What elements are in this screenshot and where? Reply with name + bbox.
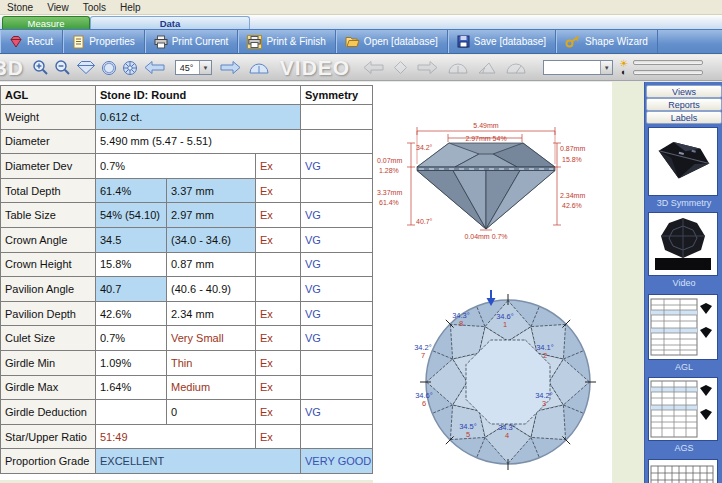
row-value: 40.7 [96, 277, 167, 302]
zoom-out-icon[interactable] [54, 59, 71, 76]
thumbnail-caption: Video [645, 278, 722, 288]
table-row: Girdle Min1.09%ThinEx [1, 350, 373, 375]
save-database-button[interactable]: Save [database] [448, 30, 556, 53]
agl-report-image [650, 297, 716, 357]
diamond-top-icon[interactable] [101, 60, 117, 76]
row-value: 54% (54.10) [96, 203, 167, 228]
video-diamond-image [651, 214, 715, 274]
profile-diagram: 5.49mm 2.97mm 54% 34.2° 0.07mm 1.28% 3.3… [376, 108, 606, 248]
properties-icon [72, 35, 85, 49]
contrast-icon: ◐ [621, 68, 626, 77]
tab-measure[interactable]: Measure [2, 16, 90, 29]
dim-crown-angle: 34.2° [416, 144, 433, 151]
row-value: Ex [256, 350, 301, 375]
recut-button[interactable]: Recut [0, 30, 63, 53]
shape-wizard-button[interactable]: Shape Wizard [556, 30, 658, 53]
dim-girdle-mm: 0.07mm [377, 157, 402, 164]
dim-table-width: 2.97mm 54% [465, 135, 506, 142]
facet-label-2: 34.1°2 [528, 344, 562, 360]
rotate-right-icon[interactable] [219, 60, 242, 75]
row-value: Ex [256, 301, 301, 326]
compass-icon [505, 61, 527, 74]
ags-report-image [650, 380, 716, 438]
row-value: Ex [256, 326, 301, 351]
thumbnail-ags[interactable] [648, 377, 718, 441]
row-value: EXCELLENT [96, 449, 301, 474]
print-finish-button[interactable]: Print & Finish [238, 30, 335, 53]
row-value: 15.8% [96, 252, 167, 277]
dim-crown-mm: 0.87mm [560, 145, 585, 152]
header-stone-id: Stone ID: Round [96, 86, 301, 105]
menu-stone[interactable]: Stone [0, 2, 40, 13]
thumbnail-caption: 3D Symmetry [645, 198, 722, 208]
table-row: Diameter Dev0.7%ExVG [1, 154, 373, 179]
open-database-button[interactable]: Open [database] [336, 30, 448, 53]
row-value: VG [301, 400, 373, 425]
row-label: Girdle Min [1, 350, 96, 375]
table-row: Star/Upper Ratio51:49Ex [1, 424, 373, 449]
dim-girdle-pct: 1.28% [379, 167, 399, 174]
row-value [301, 105, 373, 130]
sidebar-button-labels[interactable]: Labels [646, 111, 722, 124]
sidebar-button-views[interactable]: Views [646, 85, 722, 98]
row-label: Crown Angle [1, 227, 96, 252]
menu-view[interactable]: View [40, 2, 76, 13]
measurements-table: AGLStone ID: RoundSymmetryWeight0.612 ct… [0, 85, 373, 474]
row-value [96, 400, 167, 425]
thumbnail-3d-symmetry[interactable] [648, 127, 718, 196]
protractor-icon[interactable] [248, 61, 270, 74]
table-row: Culet Size0.7%Very SmallExVG [1, 326, 373, 351]
tab-row: Measure Data [0, 15, 722, 29]
thumbnail-agl[interactable] [648, 294, 718, 360]
brightness-icon[interactable]: ☀◐ [619, 59, 628, 77]
nav-diamond-icon [393, 60, 408, 75]
dim-culet: 0.04mm 0.7% [464, 233, 507, 240]
row-value: 0.7% [96, 154, 256, 179]
rotate-left-icon[interactable] [143, 60, 166, 75]
thumbnail-video[interactable] [648, 212, 718, 276]
row-value: VG [301, 301, 373, 326]
dim-total-width: 5.49mm [473, 122, 498, 129]
table-row: Pavilion Angle40.7(40.6 - 40.9)VG [1, 277, 373, 302]
facet-label-5: 34.5°5 [451, 423, 485, 439]
brightness-slider[interactable] [633, 60, 703, 65]
recut-gem-icon [9, 35, 23, 48]
contrast-slider[interactable] [633, 70, 703, 75]
video-source-select[interactable]: ▼ [543, 60, 613, 75]
row-value: (40.6 - 40.9) [167, 277, 256, 302]
view-toolbar: 3D 45° ▼ VIDEO ▼ ☀◐ [0, 55, 722, 81]
measurements-panel: AGLStone ID: RoundSymmetryWeight0.612 ct… [0, 82, 373, 480]
facet-flower-icon[interactable] [122, 60, 138, 76]
facet-label-3: 34.2°3 [527, 392, 561, 408]
row-value [301, 375, 373, 400]
table-row: Weight0.612 ct. [1, 105, 373, 130]
row-label: Diameter [1, 129, 96, 154]
tab-data[interactable]: Data [90, 16, 250, 29]
diamond-side-icon[interactable] [76, 60, 96, 75]
nav-left-icon [362, 60, 385, 75]
thumbnail-partial[interactable] [648, 459, 718, 483]
properties-button[interactable]: Properties [63, 30, 145, 53]
rotation-angle-value: 45° [180, 63, 194, 73]
row-value: 61.4% [96, 178, 167, 203]
row-value: VG [301, 203, 373, 228]
row-label: Crown Height [1, 252, 96, 277]
row-value: 1.64% [96, 375, 167, 400]
table-row: Girdle Deduction0ExVG [1, 400, 373, 425]
toolbar-button-label: Properties [89, 36, 135, 47]
row-value: Ex [256, 178, 301, 203]
printer-finish-icon [247, 35, 262, 49]
zoom-in-icon[interactable] [32, 59, 49, 76]
dim-pavilion-mm: 2.34mm [560, 192, 585, 199]
rotation-angle-select[interactable]: 45° ▼ [175, 60, 212, 75]
header-agl: AGL [1, 86, 96, 105]
dim-depth-pct: 61.4% [379, 199, 399, 206]
toolbar-button-label: Print & Finish [266, 36, 325, 47]
sidebar-button-reports[interactable]: Reports [646, 98, 722, 111]
menu-tools[interactable]: Tools [76, 2, 113, 13]
row-value [301, 424, 373, 449]
print-current-button[interactable]: Print Current [145, 30, 239, 53]
row-value: 0.612 ct. [96, 105, 301, 130]
row-value: 1.09% [96, 350, 167, 375]
menu-help[interactable]: Help [113, 2, 148, 13]
